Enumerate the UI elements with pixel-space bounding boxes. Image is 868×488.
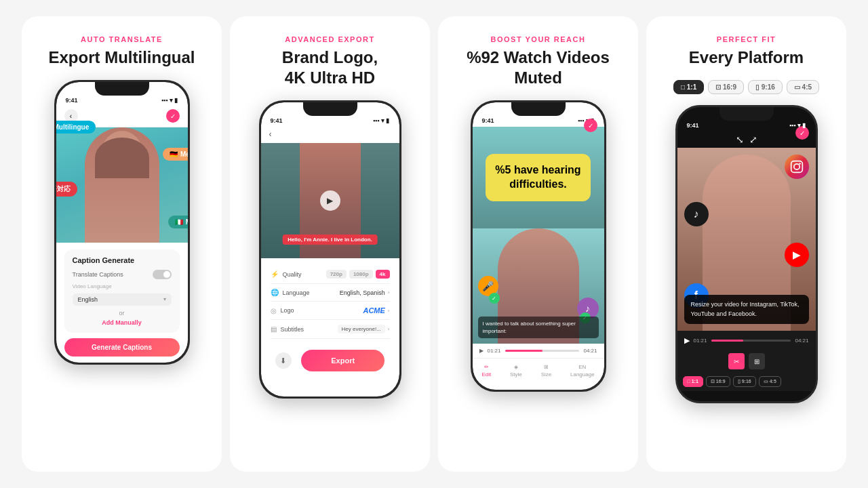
quality-icon: ⚡ <box>271 270 279 278</box>
mic-check-badge: ✓ <box>489 293 500 304</box>
check-button[interactable]: ✓ <box>166 109 180 123</box>
card1-person-area: 🌐Multilingue 🇩🇪Mehrsprachig 🇯🇵多言語対応 🇮🇹Mu… <box>56 127 188 243</box>
chevron-down-icon: ▾ <box>163 296 166 303</box>
chevron-right-icon: › <box>388 289 390 296</box>
language-select[interactable]: English ▾ <box>73 293 172 306</box>
quality-row: ⚡ Quality 720p 1080p 4k <box>271 265 390 284</box>
svg-point-2 <box>799 163 801 165</box>
export-options: ⚡ Quality 720p 1080p 4k 🌐 Lang <box>261 258 399 346</box>
quality-1080p[interactable]: 1080p <box>349 270 373 279</box>
card3-screen: 9:41 ▪▪▪ ▾ ▮ ✓ %5 have hearing difficult… <box>473 102 604 390</box>
card-advanced-export: ADVANCED EXPORT Brand Logo, 4K Ultra HD … <box>230 16 430 472</box>
card-auto-translate: AUTO TRANSLATE Export Multilingual 9:41 … <box>22 16 222 472</box>
logo-icon: ◎ <box>271 307 277 314</box>
card4-label: PERFECT FIT <box>717 35 776 43</box>
card3-video-top: %5 have hearing difficulties. <box>473 127 604 228</box>
collapse-icon[interactable]: ⤢ <box>749 134 757 145</box>
instagram-badge <box>785 155 809 179</box>
phone-notch-2 <box>303 102 357 116</box>
expand-icon[interactable]: ⤡ <box>736 134 744 145</box>
card2-label: ADVANCED EXPORT <box>285 35 374 43</box>
card3-title: %92 Watch Videos Muted <box>467 47 610 88</box>
card1-screen: 9:41 ▪▪▪ ▾ ▮ ‹ ✓ <box>56 82 188 363</box>
subtitles-preview: Hey everyone!... <box>338 325 385 333</box>
ratio-mini-9-16[interactable]: ▯ 9:16 <box>733 376 756 387</box>
subtitle-overlay: Hello, I'm Annie. I live in London. <box>282 235 378 245</box>
badge-multilingue-blue: 🌐Multilingue <box>56 121 96 134</box>
phone-notch-4 <box>719 107 774 121</box>
card1-phone: 9:41 ▪▪▪ ▾ ▮ ‹ ✓ <box>54 80 190 365</box>
ratio-mini-16-9[interactable]: ⊡ 16:9 <box>706 376 730 387</box>
highlight-text: %5 have hearing difficulties. <box>486 154 590 201</box>
card2-screen: 9:41 ▪▪▪ ▾ ▮ ‹ ▶ Hello, I'm Annie. I liv… <box>261 102 399 396</box>
back-icon[interactable]: ‹ <box>269 129 272 139</box>
generate-captions-button[interactable]: Generate Captions <box>64 338 180 357</box>
quality-4k[interactable]: 4k <box>376 270 390 279</box>
chevron-right-icon-2: › <box>388 308 390 314</box>
language-row: 🌐 Language English, Spanish › <box>271 284 390 302</box>
ratio-tab-4-5[interactable]: ▭ 4:5 <box>787 80 819 94</box>
resize-tooltip: Resize your video for Instagram, TikTok,… <box>684 295 809 324</box>
video-controls: ▶ 01:21 04:21 <box>677 331 816 350</box>
ratio-mini-1-1[interactable]: □ 1:1 <box>683 376 703 387</box>
translate-toggle[interactable] <box>153 270 172 279</box>
progress-section: ▶ 01:21 04:21 <box>473 344 604 358</box>
badge-multilingue-green: 🇮🇹Multilingue <box>168 216 188 228</box>
card1-phone-wrapper: 9:41 ▪▪▪ ▾ ▮ ‹ ✓ <box>54 80 190 365</box>
card4-ratio-bottom: □ 1:1 ⊡ 16:9 ▯ 9:16 ▭ 4:5 <box>677 372 816 391</box>
subtitles-row: ▤ Subtitles Hey everyone!... › <box>271 320 390 339</box>
card3-label: BOOST YOUR REACH <box>491 35 586 43</box>
card4-screen: 9:41 ▪▪▪ ▾ ▮ ⤡ ⤢ ✓ ♪ <box>677 107 816 401</box>
video-progress-bar[interactable] <box>505 350 580 352</box>
nav-size[interactable]: ⊞ Size <box>541 364 552 378</box>
caption-section: Caption Generate Translate Captions Vide… <box>56 243 188 363</box>
video-timeline[interactable] <box>711 340 791 342</box>
card2-phone: 9:41 ▪▪▪ ▾ ▮ ‹ ▶ Hello, I'm Annie. I liv… <box>259 100 401 399</box>
youtube-badge: ▶ <box>785 243 809 267</box>
ratio-tab-1-1[interactable]: □ 1:1 <box>673 80 704 94</box>
ratio-tab-16-9[interactable]: ⊡ 16:9 <box>708 80 744 94</box>
card3-phone: 9:41 ▪▪▪ ▾ ▮ ✓ %5 have hearing difficult… <box>471 100 606 392</box>
main-container: AUTO TRANSLATE Export Multilingual 9:41 … <box>0 0 868 488</box>
ratio-tab-9-16[interactable]: ▯ 9:16 <box>748 80 783 94</box>
language-icon: 🌐 <box>271 289 279 296</box>
video-thumbnail: ▶ Hello, I'm Annie. I live in London. <box>261 143 399 258</box>
ratio-mini-4-5[interactable]: ▭ 4:5 <box>759 376 781 387</box>
download-icon[interactable]: ⬇ <box>275 352 292 369</box>
svg-point-1 <box>793 164 799 169</box>
card4-video: ♪ ▶ f Resize your video for Instagram, T… <box>677 148 816 331</box>
phone-notch <box>95 82 149 96</box>
person-silhouette <box>85 127 159 243</box>
nav-edit[interactable]: ✏ Edit <box>481 364 491 378</box>
svg-rect-0 <box>791 161 802 173</box>
card4-title: Every Platform <box>689 47 804 68</box>
export-button[interactable]: Export <box>301 350 384 371</box>
quality-720p[interactable]: 720p <box>326 270 347 279</box>
trim-icon[interactable]: ✂ <box>728 353 745 369</box>
card3-bottom-nav: ✏ Edit ◈ Style ⊞ Size EN Language <box>473 358 604 380</box>
caption-box: Caption Generate Translate Captions Vide… <box>64 249 180 333</box>
card3-video-bottom: 🎤 ✓ ♪ ✓ I wanted to talk about something… <box>473 228 604 344</box>
grid-icon[interactable]: ⊞ <box>749 353 765 369</box>
nav-style[interactable]: ◈ Style <box>510 364 522 378</box>
expand-icons: ⤡ ⤢ ✓ <box>677 131 816 148</box>
card4-phone: 9:41 ▪▪▪ ▾ ▮ ⤡ ⤢ ✓ ♪ <box>675 105 818 403</box>
badge-mehrsprachig: 🇩🇪Mehrsprachig <box>163 148 188 161</box>
tiktok-badge: ♪ <box>684 202 709 226</box>
play-icon[interactable]: ▶ <box>684 336 690 345</box>
translate-row: Translate Captions <box>73 270 172 279</box>
play-button[interactable]: ▶ <box>320 190 340 211</box>
export-footer: ⬇ Export <box>261 346 399 375</box>
card-boost-reach: BOOST YOUR REACH %92 Watch Videos Muted … <box>438 16 638 472</box>
ratio-tabs: □ 1:1 ⊡ 16:9 ▯ 9:16 ▭ 4:5 <box>673 80 819 94</box>
nav-language[interactable]: EN Language <box>570 364 595 378</box>
card2-title: Brand Logo, 4K Ultra HD <box>282 47 378 88</box>
trim-controls: ✂ ⊞ <box>677 350 816 372</box>
logo-row: ◎ Logo ACME › <box>271 302 390 320</box>
caption-overlay: I wanted to talk about something super i… <box>478 317 599 338</box>
card-perfect-fit: PERFECT FIT Every Platform □ 1:1 ⊡ 16:9 … <box>646 16 846 472</box>
chevron-right-icon-3: › <box>388 326 390 332</box>
subtitles-icon: ▤ <box>271 325 277 333</box>
card1-title: Export Multilingual <box>49 47 195 68</box>
badge-japanese: 🇯🇵多言語対応 <box>56 182 77 197</box>
